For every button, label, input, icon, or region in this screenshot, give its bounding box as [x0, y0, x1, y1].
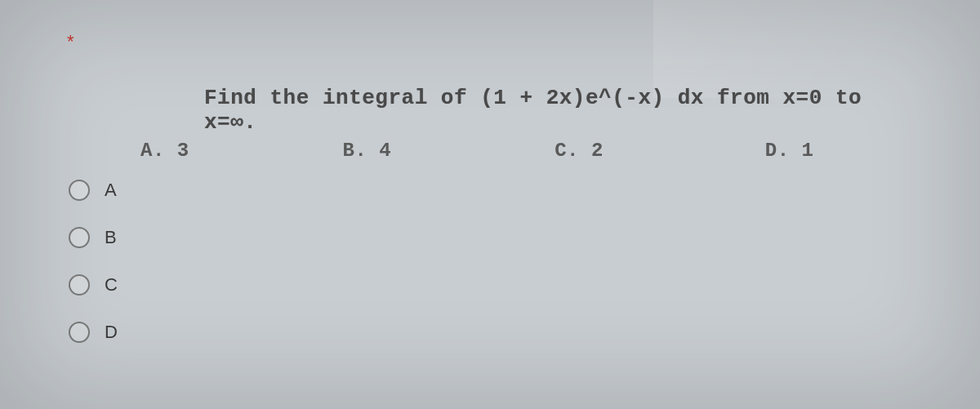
- option-label: C: [105, 274, 118, 296]
- inline-choice-c: C. 2: [555, 140, 604, 162]
- radio-icon[interactable]: [69, 274, 90, 296]
- option-label: A: [105, 180, 117, 201]
- option-label: D: [105, 322, 118, 343]
- question-block: Find the integral of (1 + 2x)e^(-x) dx f…: [131, 86, 915, 162]
- radio-icon[interactable]: [69, 322, 90, 343]
- option-a[interactable]: A: [69, 180, 118, 201]
- inline-choice-a: A. 3: [140, 140, 189, 162]
- option-b[interactable]: B: [69, 227, 118, 248]
- option-c[interactable]: C: [69, 274, 118, 296]
- screen-vignette: [0, 0, 980, 409]
- question-text: Find the integral of (1 + 2x)e^(-x) dx f…: [204, 86, 915, 135]
- answer-options: A B C D: [69, 180, 118, 343]
- radio-icon[interactable]: [69, 180, 90, 201]
- inline-choice-d: D. 1: [765, 140, 814, 162]
- option-d[interactable]: D: [69, 322, 118, 343]
- inline-choice-b: B. 4: [343, 140, 392, 162]
- required-asterisk: *: [67, 31, 74, 52]
- radio-icon[interactable]: [69, 227, 90, 248]
- option-label: B: [105, 227, 117, 248]
- inline-choices-row: A. 3 B. 4 C. 2 D. 1: [131, 140, 915, 162]
- screen-reflection: [653, 0, 980, 98]
